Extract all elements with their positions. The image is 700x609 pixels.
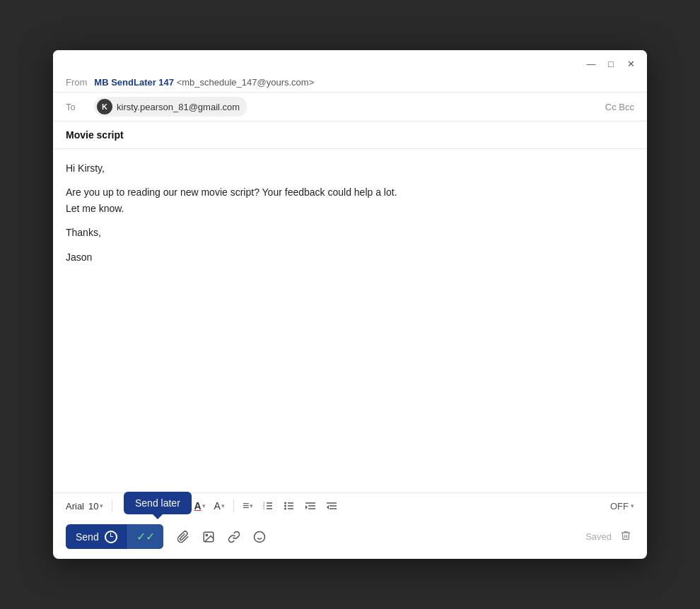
font-size-select[interactable]: 10 ▾ — [88, 501, 103, 512]
image-icon — [202, 531, 215, 543]
saved-area: Saved — [585, 527, 634, 547]
trash-icon — [620, 530, 631, 541]
ordered-list-icon: 123 — [262, 500, 274, 512]
indent-icon — [305, 500, 316, 512]
svg-point-22 — [254, 531, 264, 542]
unordered-list-icon — [284, 500, 295, 512]
body-greeting: Hi Kirsty, — [66, 160, 634, 176]
window-controls: — □ ✕ — [585, 57, 637, 70]
insert-emoji-button[interactable] — [248, 527, 271, 547]
recipient-email: kirsty.pearson_81@gmail.com — [117, 102, 240, 112]
link-icon — [228, 531, 240, 543]
font-color-button[interactable]: A ▾ — [191, 498, 208, 514]
svg-text:3: 3 — [263, 507, 265, 510]
action-icons — [172, 527, 271, 547]
from-email: <mb_schedule_147@yours.com> — [177, 77, 315, 88]
toolbar-separator-1 — [112, 499, 112, 512]
svg-marker-19 — [327, 505, 329, 509]
emoji-icon — [253, 531, 266, 543]
off-toggle[interactable]: OFF ▾ — [610, 501, 634, 512]
ordered-list-button[interactable]: 123 — [259, 498, 277, 514]
cc-bcc-button[interactable]: Cc Bcc — [605, 102, 634, 112]
unordered-list-button[interactable] — [280, 498, 298, 514]
send-confirm-button[interactable]: ✓✓ — [127, 524, 163, 549]
body-closing: Thanks, — [66, 225, 634, 240]
subject-text: Movie script — [66, 129, 124, 141]
align-icon: ≡ — [243, 499, 249, 512]
from-sender: MB SendLater 147 <mb_schedule_147@yours.… — [94, 77, 314, 88]
compose-window: — □ ✕ From MB SendLater 147 <mb_schedule… — [53, 50, 647, 559]
svg-point-11 — [284, 508, 286, 510]
body-area[interactable]: Hi Kirsty, Are you up to reading our new… — [53, 149, 647, 492]
clock-icon — [105, 531, 117, 543]
insert-image-button[interactable] — [197, 527, 220, 547]
send-button[interactable]: Send — [66, 525, 127, 549]
discard-button[interactable] — [617, 527, 634, 547]
insert-link-button[interactable] — [223, 527, 245, 547]
font-color-icon: A — [194, 500, 201, 512]
highlight-icon: A — [214, 500, 221, 512]
align-chevron-icon: ▾ — [250, 502, 253, 509]
off-chevron-icon: ▾ — [631, 502, 634, 509]
checkmark-icon: ✓✓ — [136, 530, 155, 543]
svg-point-9 — [284, 502, 286, 504]
from-name: MB SendLater 147 — [94, 77, 174, 88]
close-button[interactable]: ✕ — [624, 57, 637, 70]
svg-marker-15 — [305, 505, 308, 509]
outdent-icon — [326, 500, 337, 512]
toolbar-separator-3 — [233, 499, 234, 512]
attach-icon — [177, 531, 189, 543]
to-row: To K kirsty.pearson_81@gmail.com Cc Bcc — [53, 93, 647, 122]
titlebar: — □ ✕ — [53, 50, 647, 73]
font-family-select[interactable]: Arial — [66, 501, 84, 512]
action-bar: Send later Send ✓✓ — [53, 519, 647, 559]
avatar: K — [97, 99, 112, 114]
recipient-chip[interactable]: K kirsty.pearson_81@gmail.com — [94, 97, 247, 117]
outdent-button[interactable] — [322, 498, 341, 514]
svg-point-21 — [206, 534, 207, 536]
svg-point-10 — [284, 505, 286, 507]
minimize-button[interactable]: — — [585, 57, 597, 70]
indent-button[interactable] — [301, 498, 320, 514]
send-button-group: Send ✓✓ — [66, 524, 163, 549]
to-label: To — [66, 102, 87, 112]
maximize-button[interactable]: □ — [605, 57, 617, 70]
align-button[interactable]: ≡ ▾ — [240, 497, 256, 514]
saved-label: Saved — [585, 531, 612, 542]
send-label: Send — [76, 531, 99, 543]
send-later-tooltip: Send later — [124, 492, 192, 514]
off-label: OFF — [610, 501, 629, 512]
highlight-chevron-icon: ▾ — [221, 502, 225, 509]
body-content: Are you up to reading our new movie scri… — [66, 184, 634, 216]
highlight-color-button[interactable]: A ▾ — [211, 498, 228, 514]
from-row: From MB SendLater 147 <mb_schedule_147@y… — [53, 73, 647, 93]
attach-button[interactable] — [172, 527, 194, 547]
body-signature: Jason — [66, 249, 634, 265]
font-color-chevron-icon: ▾ — [202, 502, 206, 509]
subject-row: Movie script — [53, 122, 647, 149]
font-size-chevron-icon: ▾ — [100, 502, 103, 509]
from-label: From — [66, 77, 87, 88]
